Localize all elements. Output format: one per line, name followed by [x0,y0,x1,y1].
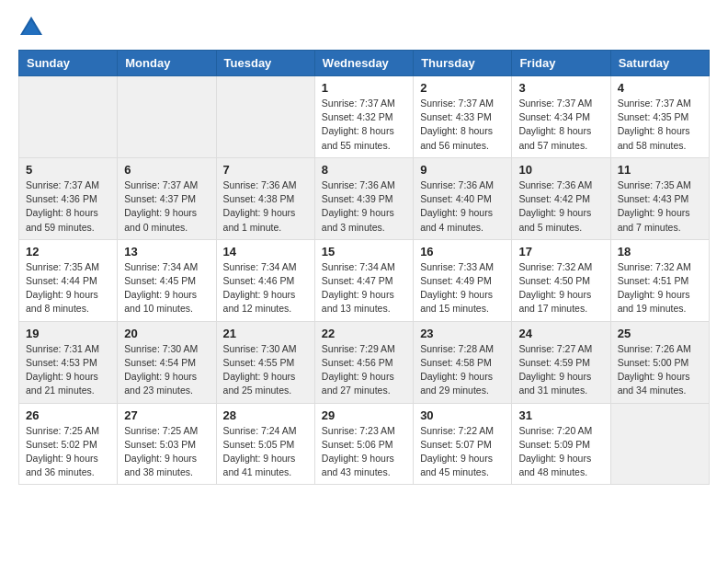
day-number: 26 [26,408,110,422]
calendar-week-row: 12Sunrise: 7:35 AM Sunset: 4:44 PM Dayli… [19,239,710,321]
day-number: 17 [518,245,603,259]
day-number: 12 [26,245,110,259]
day-number: 19 [26,327,110,340]
calendar-cell: 27Sunrise: 7:25 AM Sunset: 5:03 PM Dayli… [118,403,216,485]
calendar-cell: 17Sunrise: 7:32 AM Sunset: 4:50 PM Dayli… [512,239,610,321]
day-info: Sunrise: 7:26 AM Sunset: 5:00 PM Dayligh… [618,342,702,398]
day-number: 24 [518,327,603,340]
day-number: 25 [618,327,702,340]
day-info: Sunrise: 7:24 AM Sunset: 5:05 PM Dayligh… [223,424,308,480]
day-number: 21 [223,327,308,340]
calendar-cell: 30Sunrise: 7:22 AM Sunset: 5:07 PM Dayli… [414,403,512,485]
day-number: 3 [518,81,603,95]
day-info: Sunrise: 7:37 AM Sunset: 4:33 PM Dayligh… [420,97,505,153]
header [18,15,710,42]
calendar: Sunday Monday Tuesday Wednesday Thursday… [18,50,710,485]
day-number: 14 [223,245,308,259]
calendar-cell: 4Sunrise: 7:37 AM Sunset: 4:35 PM Daylig… [610,76,709,158]
calendar-cell [19,76,118,158]
calendar-week-row: 26Sunrise: 7:25 AM Sunset: 5:02 PM Dayli… [19,403,710,485]
logo-icon [18,15,44,40]
day-number: 18 [618,245,702,259]
day-number: 28 [223,408,308,422]
logo [18,15,46,42]
day-info: Sunrise: 7:28 AM Sunset: 4:58 PM Dayligh… [420,342,505,398]
day-info: Sunrise: 7:32 AM Sunset: 4:50 PM Dayligh… [518,260,603,316]
day-number: 11 [618,163,702,177]
day-info: Sunrise: 7:34 AM Sunset: 4:45 PM Dayligh… [124,260,209,316]
calendar-cell [216,76,314,158]
calendar-cell: 3Sunrise: 7:37 AM Sunset: 4:34 PM Daylig… [512,76,610,158]
calendar-cell: 23Sunrise: 7:28 AM Sunset: 4:58 PM Dayli… [414,321,512,403]
day-info: Sunrise: 7:30 AM Sunset: 4:54 PM Dayligh… [124,342,209,398]
calendar-cell: 7Sunrise: 7:36 AM Sunset: 4:38 PM Daylig… [216,157,314,239]
day-number: 9 [420,163,505,177]
calendar-cell: 16Sunrise: 7:33 AM Sunset: 4:49 PM Dayli… [414,239,512,321]
day-info: Sunrise: 7:30 AM Sunset: 4:55 PM Dayligh… [223,342,308,398]
day-info: Sunrise: 7:33 AM Sunset: 4:49 PM Dayligh… [420,260,505,316]
calendar-cell: 29Sunrise: 7:23 AM Sunset: 5:06 PM Dayli… [314,403,413,485]
day-info: Sunrise: 7:35 AM Sunset: 4:44 PM Dayligh… [26,260,110,316]
header-saturday: Saturday [610,51,709,76]
header-tuesday: Tuesday [216,51,314,76]
day-info: Sunrise: 7:35 AM Sunset: 4:43 PM Dayligh… [618,178,702,235]
calendar-cell [118,76,216,158]
day-number: 15 [322,245,406,259]
day-info: Sunrise: 7:23 AM Sunset: 5:06 PM Dayligh… [322,424,406,480]
day-number: 8 [322,163,406,177]
day-number: 6 [124,163,209,177]
day-number: 13 [124,245,209,259]
day-info: Sunrise: 7:36 AM Sunset: 4:40 PM Dayligh… [420,178,505,235]
day-number: 31 [518,408,603,422]
day-info: Sunrise: 7:36 AM Sunset: 4:39 PM Dayligh… [322,178,406,235]
day-info: Sunrise: 7:29 AM Sunset: 4:56 PM Dayligh… [322,342,406,398]
calendar-cell: 5Sunrise: 7:37 AM Sunset: 4:36 PM Daylig… [19,157,118,239]
day-info: Sunrise: 7:37 AM Sunset: 4:32 PM Dayligh… [322,97,406,153]
calendar-cell: 11Sunrise: 7:35 AM Sunset: 4:43 PM Dayli… [610,157,709,239]
day-number: 16 [420,245,505,259]
day-number: 27 [124,408,209,422]
weekday-header-row: Sunday Monday Tuesday Wednesday Thursday… [19,51,710,76]
day-number: 7 [223,163,308,177]
day-info: Sunrise: 7:37 AM Sunset: 4:36 PM Dayligh… [26,178,110,235]
calendar-cell: 8Sunrise: 7:36 AM Sunset: 4:39 PM Daylig… [314,157,413,239]
day-info: Sunrise: 7:31 AM Sunset: 4:53 PM Dayligh… [26,342,110,398]
calendar-cell: 1Sunrise: 7:37 AM Sunset: 4:32 PM Daylig… [314,76,413,158]
calendar-week-row: 19Sunrise: 7:31 AM Sunset: 4:53 PM Dayli… [19,321,710,403]
calendar-cell [610,403,709,485]
day-number: 4 [618,81,702,95]
calendar-cell: 20Sunrise: 7:30 AM Sunset: 4:54 PM Dayli… [118,321,216,403]
day-number: 22 [322,327,406,340]
calendar-week-row: 1Sunrise: 7:37 AM Sunset: 4:32 PM Daylig… [19,76,710,158]
day-info: Sunrise: 7:32 AM Sunset: 4:51 PM Dayligh… [618,260,702,316]
day-info: Sunrise: 7:36 AM Sunset: 4:38 PM Dayligh… [223,178,308,235]
day-info: Sunrise: 7:22 AM Sunset: 5:07 PM Dayligh… [420,424,505,480]
day-info: Sunrise: 7:36 AM Sunset: 4:42 PM Dayligh… [518,178,603,235]
day-info: Sunrise: 7:37 AM Sunset: 4:34 PM Dayligh… [518,97,603,153]
calendar-cell: 9Sunrise: 7:36 AM Sunset: 4:40 PM Daylig… [414,157,512,239]
calendar-cell: 2Sunrise: 7:37 AM Sunset: 4:33 PM Daylig… [414,76,512,158]
day-number: 1 [322,81,406,95]
calendar-cell: 13Sunrise: 7:34 AM Sunset: 4:45 PM Dayli… [118,239,216,321]
day-info: Sunrise: 7:37 AM Sunset: 4:37 PM Dayligh… [124,178,209,235]
day-number: 2 [420,81,505,95]
header-friday: Friday [512,51,610,76]
day-number: 10 [518,163,603,177]
day-number: 30 [420,408,505,422]
day-info: Sunrise: 7:34 AM Sunset: 4:46 PM Dayligh… [223,260,308,316]
day-number: 29 [322,408,406,422]
calendar-cell: 26Sunrise: 7:25 AM Sunset: 5:02 PM Dayli… [19,403,118,485]
calendar-cell: 14Sunrise: 7:34 AM Sunset: 4:46 PM Dayli… [216,239,314,321]
day-number: 23 [420,327,505,340]
header-thursday: Thursday [414,51,512,76]
page: Sunday Monday Tuesday Wednesday Thursday… [0,0,728,500]
header-monday: Monday [118,51,216,76]
calendar-cell: 15Sunrise: 7:34 AM Sunset: 4:47 PM Dayli… [314,239,413,321]
day-info: Sunrise: 7:37 AM Sunset: 4:35 PM Dayligh… [618,97,702,153]
header-sunday: Sunday [19,51,118,76]
calendar-cell: 12Sunrise: 7:35 AM Sunset: 4:44 PM Dayli… [19,239,118,321]
header-wednesday: Wednesday [314,51,413,76]
calendar-cell: 10Sunrise: 7:36 AM Sunset: 4:42 PM Dayli… [512,157,610,239]
calendar-cell: 25Sunrise: 7:26 AM Sunset: 5:00 PM Dayli… [610,321,709,403]
calendar-cell: 22Sunrise: 7:29 AM Sunset: 4:56 PM Dayli… [314,321,413,403]
